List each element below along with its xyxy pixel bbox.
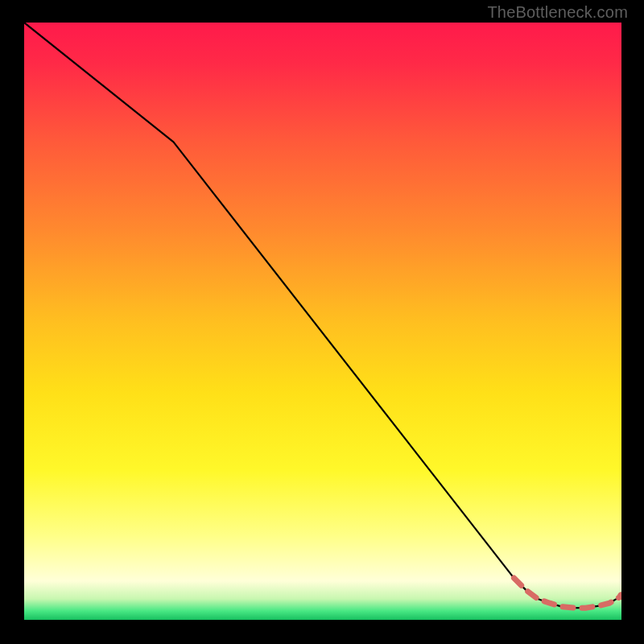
end-point-marker	[617, 592, 625, 600]
bottleneck-chart	[0, 0, 644, 644]
watermark-text: TheBottleneck.com	[487, 3, 628, 22]
plot-background	[24, 23, 621, 620]
chart-frame: { "watermark": "TheBottleneck.com", "col…	[0, 0, 644, 644]
